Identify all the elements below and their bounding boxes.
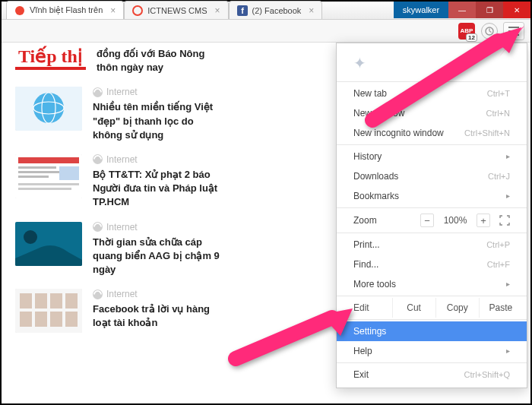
svg-point-1: [133, 6, 142, 15]
fullscreen-icon[interactable]: [496, 215, 513, 226]
adblock-icon[interactable]: ABP12: [458, 22, 476, 40]
menu-more-tools[interactable]: More tools▸: [337, 274, 527, 294]
profile-button[interactable]: skywalker: [394, 2, 448, 18]
svg-text:f: f: [241, 6, 244, 15]
svg-rect-21: [35, 293, 47, 308]
menu-new-tab[interactable]: New tabCtrl+T: [337, 84, 527, 103]
menu-print[interactable]: Print...Ctrl+P: [337, 235, 527, 255]
tab-label: Vĩnh biệt Flash trên: [30, 5, 103, 15]
svg-rect-23: [65, 293, 78, 308]
svg-point-0: [15, 6, 24, 15]
article-item[interactable]: Internet Thời gian sửa chữa cáp quang bi…: [15, 222, 222, 277]
tab-close-icon[interactable]: ×: [309, 5, 314, 16]
menu-cut[interactable]: Cut: [392, 298, 435, 318]
svg-rect-10: [18, 157, 79, 163]
separator: [337, 144, 527, 145]
menu-history[interactable]: History▸: [337, 147, 527, 166]
menu-edit-row: Edit Cut Copy Paste: [337, 298, 527, 318]
edit-label: Edit: [341, 298, 392, 318]
menu-downloads[interactable]: DownloadsCtrl+J: [337, 166, 527, 186]
article-title: Thời gian sửa chữa cáp quang biển AAG bị…: [93, 236, 222, 277]
favicon-red-icon: [132, 5, 143, 16]
menu-settings[interactable]: Settings: [337, 321, 527, 341]
article-category: Internet: [93, 222, 222, 233]
article-title: đồng đối với Báo Nông thôn ngày nay: [97, 47, 222, 74]
globe-icon: [93, 87, 103, 97]
globe-icon: [93, 154, 103, 164]
svg-point-6: [33, 93, 64, 123]
globe-icon: [93, 222, 103, 232]
menu-paste[interactable]: Paste: [479, 298, 522, 318]
abp-badge: 12: [466, 33, 477, 42]
chevron-right-icon: ▸: [506, 278, 510, 290]
zoom-out-button[interactable]: −: [420, 214, 434, 227]
svg-rect-15: [18, 183, 79, 185]
menu-new-window[interactable]: New windowCtrl+N: [337, 103, 527, 123]
article-item[interactable]: Internet Bộ TT&TT: Xử phạt 2 báo Người đ…: [15, 154, 222, 210]
window-controls: skywalker — ❐ ✕: [394, 2, 530, 19]
svg-rect-13: [18, 176, 49, 178]
svg-rect-11: [18, 166, 56, 169]
hamburger-menu-icon[interactable]: [503, 22, 524, 40]
zoom-label: Zoom: [353, 215, 414, 226]
browser-toolbar: ABP12: [2, 20, 530, 43]
zoom-in-button[interactable]: +: [477, 214, 490, 227]
stopwatch-icon[interactable]: [480, 22, 499, 40]
tab-label: ICTNEWS CMS: [147, 6, 207, 15]
article-category: Internet: [93, 289, 222, 299]
separator: [337, 233, 527, 233]
menu-find[interactable]: Find...Ctrl+F: [337, 255, 527, 274]
separator: [337, 207, 527, 208]
minimize-button[interactable]: —: [448, 2, 476, 18]
site-logo: Tiếp thị: [15, 47, 86, 70]
browser-tab-0[interactable]: Vĩnh biệt Flash trên ×: [6, 1, 124, 19]
window-close-button[interactable]: ✕: [503, 2, 530, 18]
svg-rect-20: [20, 293, 32, 308]
svg-rect-26: [50, 312, 62, 327]
browser-tab-1[interactable]: ICTNEWS CMS ×: [124, 1, 228, 19]
tab-close-icon[interactable]: ×: [215, 5, 220, 16]
article-thumb: [15, 87, 82, 131]
article-thumb: [15, 289, 82, 333]
svg-rect-24: [20, 312, 32, 327]
svg-rect-16: [18, 188, 71, 190]
separator: [337, 296, 527, 296]
menu-bookmarks[interactable]: Bookmarks▸: [337, 186, 527, 206]
svg-rect-25: [35, 312, 47, 327]
chevron-right-icon: ▸: [506, 345, 510, 357]
title-bar: Vĩnh biệt Flash trên × ICTNEWS CMS × f (…: [2, 2, 530, 20]
menu-copy[interactable]: Copy: [435, 298, 479, 318]
article-category: Internet: [93, 87, 222, 97]
article-title: Bộ TT&TT: Xử phạt 2 báo Người đưa tin và…: [93, 168, 222, 210]
chevron-right-icon: ▸: [506, 190, 510, 202]
article-item[interactable]: Internet Facebook trả lời vụ hàng loạt t…: [15, 289, 222, 333]
article-thumb: [15, 222, 82, 266]
zoom-value: 100%: [440, 215, 470, 226]
svg-rect-27: [65, 312, 78, 327]
menu-help[interactable]: Help▸: [337, 341, 527, 361]
favicon-red-icon: [14, 5, 25, 16]
article-title: Facebook trả lời vụ hàng loạt tài khoản: [93, 302, 222, 330]
menu-zoom-row: Zoom − 100% +: [337, 210, 527, 231]
menu-new-incognito[interactable]: New incognito windowCtrl+Shift+N: [337, 123, 527, 143]
article-item[interactable]: Internet Nhiều tên miền tiếng Việt "đẹp"…: [15, 87, 222, 142]
chevron-right-icon: ▸: [506, 150, 510, 163]
tab-close-icon[interactable]: ×: [110, 5, 116, 16]
star-icon[interactable]: ✦: [353, 55, 366, 71]
menu-exit[interactable]: ExitCtrl+Shift+Q: [337, 365, 527, 384]
separator: [337, 319, 527, 320]
svg-point-18: [24, 230, 37, 244]
separator: [337, 362, 527, 363]
browser-tab-2[interactable]: f (2) Facebook ×: [229, 1, 323, 19]
recent-area: ✦: [337, 43, 527, 80]
tab-strip: Vĩnh biệt Flash trên × ICTNEWS CMS × f (…: [2, 2, 394, 19]
maximize-button[interactable]: ❐: [476, 2, 503, 18]
globe-icon: [93, 290, 103, 299]
article-item[interactable]: Tiếp thị đồng đối với Báo Nông thôn ngày…: [15, 47, 222, 74]
tab-label: (2) Facebook: [252, 6, 302, 15]
chrome-menu: ✦ New tabCtrl+T New windowCtrl+N New inc…: [336, 43, 527, 388]
favicon-facebook-icon: f: [237, 5, 248, 16]
article-title: Nhiều tên miền tiếng Việt "đẹp" bị thanh…: [93, 100, 222, 142]
svg-rect-22: [50, 293, 62, 308]
svg-rect-12: [18, 171, 64, 173]
